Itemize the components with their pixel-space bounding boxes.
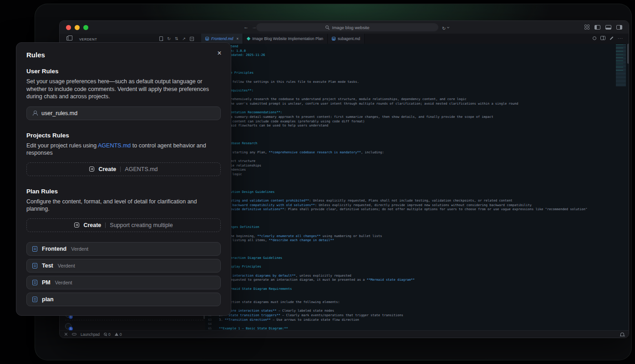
address-search-bar[interactable]: Image blog website	[256, 23, 438, 31]
project-rules-description: Edit your project rules using AGENTS.md …	[26, 142, 221, 157]
zoom-window-button[interactable]	[83, 25, 88, 30]
code-line: 17- Use a summary-detail-summary approac…	[205, 115, 613, 120]
create-detail: Support creating multiple	[110, 222, 173, 228]
search-value: Image blog website	[332, 25, 370, 30]
sync-icon	[442, 24, 446, 32]
code-line: 36- **Testing and validation content pro…	[205, 199, 613, 203]
open-external-icon[interactable]	[182, 36, 186, 41]
create-detail: AGENTS.md	[125, 166, 157, 172]
code-line: 1# Frontend	[205, 45, 613, 49]
status-bar: Launchpad 0 0	[60, 330, 629, 338]
code-line: 40	[205, 217, 613, 221]
link-icon[interactable]	[72, 333, 76, 335]
plan-rules-heading: Plan Rules	[26, 188, 221, 195]
modal-title: Rules	[26, 51, 221, 59]
code-line: 59Interaction state diagrams must includ…	[205, 300, 613, 305]
plan-rule-item-pm[interactable]: PMVerdent	[26, 276, 221, 289]
toggle-left-panel-icon[interactable]	[594, 25, 600, 30]
code-line: 2Version: 1.0.0	[205, 49, 613, 54]
code-line: 5	[205, 62, 613, 67]
create-label: Create	[83, 222, 101, 228]
code-line: 12	[205, 93, 613, 98]
more-actions-icon[interactable]	[618, 37, 623, 40]
code-line: 43	[205, 230, 613, 234]
agents-md-link[interactable]: AGENTS.md	[98, 142, 131, 149]
code-line: 633. **Transition direction** — Use arro…	[205, 318, 613, 323]
rule-item-label: Frontend	[42, 246, 66, 252]
line-number: 64	[205, 322, 212, 327]
remote-icon[interactable]	[64, 333, 68, 336]
code-line: 3Last Updated: 2025-11-26	[205, 53, 613, 58]
create-agents-md-button[interactable]: Create AGENTS.md	[26, 162, 221, 176]
close-window-button[interactable]	[66, 25, 71, 30]
code-line: 611. **Core interaction states** — Clear…	[205, 309, 613, 313]
code-line: 38- **Provide definitive solutions**: Pl…	[205, 207, 613, 212]
divider	[105, 222, 106, 228]
edit-icon[interactable]	[610, 36, 614, 40]
code-line: 4	[205, 58, 613, 62]
chevron-down-icon	[447, 26, 449, 28]
rules-modal: Rules User Rules Set your usage preferen…	[16, 42, 231, 316]
plan-file-icon	[32, 246, 37, 252]
code-line: 60	[205, 305, 613, 309]
agent-avatar[interactable]: 1	[65, 323, 71, 329]
code-line: 20	[205, 128, 613, 133]
close-tab-icon[interactable]	[236, 36, 239, 41]
launchpad-item[interactable]: Launchpad	[81, 332, 100, 337]
refresh-icon[interactable]	[167, 36, 171, 41]
plan-file-icon	[32, 263, 37, 268]
code-line: 28- Module relationships	[205, 164, 613, 168]
close-icon[interactable]	[214, 48, 224, 58]
traffic-lights	[66, 25, 88, 30]
rule-item-suffix: Verdent	[58, 263, 75, 268]
project-rules-heading: Projects Rules	[26, 132, 221, 139]
problems-warnings[interactable]: 0	[115, 332, 122, 337]
tab-image-blog-website-implementation-plan[interactable]: Image Blog Website Implementation Plan	[243, 34, 328, 44]
project-rules-text-prefix: Edit your project rules using	[26, 142, 98, 149]
markdown-file-icon: M	[205, 37, 209, 40]
minimize-window-button[interactable]	[75, 25, 80, 30]
code-line: 10	[205, 84, 613, 89]
sort-icon[interactable]	[175, 36, 178, 41]
code-line: 42## Changes Definition	[205, 225, 613, 230]
collapse-all-icon[interactable]	[190, 37, 194, 41]
code-line: 13- Comprehensively research the codebas…	[205, 97, 613, 102]
plan-rule-item-frontend[interactable]: FrontendVerdent	[26, 242, 221, 256]
plus-square-icon	[74, 222, 79, 228]
minimap[interactable]	[616, 45, 626, 86]
split-editor-icon[interactable]	[600, 36, 605, 40]
code-line: 48	[205, 252, 613, 256]
explorer-icon[interactable]	[66, 36, 70, 40]
code-line: 46	[205, 243, 613, 248]
apps-grid-icon[interactable]	[584, 25, 589, 30]
editor-content[interactable]: 1# Frontend2Version: 1.0.03Last Updated:…	[205, 45, 613, 331]
plan-rule-item-plan[interactable]: plan	[26, 293, 221, 306]
code-line: 58	[205, 296, 613, 300]
search-icon	[325, 25, 330, 30]
tab-label: Frontend.md	[211, 36, 233, 41]
toggle-right-panel-icon[interactable]	[616, 25, 622, 30]
code-line: 52	[205, 269, 613, 274]
user-rules-file[interactable]: user_rules.md	[26, 106, 221, 120]
code-line: 54- If requested to generate an interact…	[205, 278, 613, 283]
code-line: 51### Display Principles	[205, 265, 613, 269]
create-plan-rule-button[interactable]: Create Support creating multiple	[26, 218, 221, 232]
problems-errors[interactable]: 0	[104, 332, 111, 337]
user-rules-description: Set your usage preferences here—such as …	[26, 78, 221, 101]
user-rules-file-label: user_rules.md	[41, 110, 77, 116]
notifications-bell-icon[interactable]	[620, 333, 624, 336]
toggle-bottom-panel-icon[interactable]	[605, 25, 611, 30]
code-line: 44- At the beginning, **clearly enumerat…	[205, 234, 613, 239]
new-file-icon[interactable]	[159, 36, 163, 41]
sync-control[interactable]	[442, 24, 449, 32]
warning-count: 0	[120, 332, 122, 337]
plan-rule-item-test[interactable]: TestVerdent	[26, 259, 221, 273]
editor-scrollbar[interactable]	[627, 44, 629, 64]
rule-item-suffix: Verdent	[71, 246, 88, 252]
code-line: 26	[205, 155, 613, 159]
code-line: 45- When listing all items, **describe e…	[205, 238, 613, 243]
tab-strip: MFrontend.mdImage Blog Website Implement…	[201, 34, 629, 44]
preview-icon[interactable]	[593, 36, 596, 40]
tab-subagent-md[interactable]: Msubagent.md	[328, 34, 365, 44]
back-icon[interactable]: ←	[244, 24, 249, 30]
